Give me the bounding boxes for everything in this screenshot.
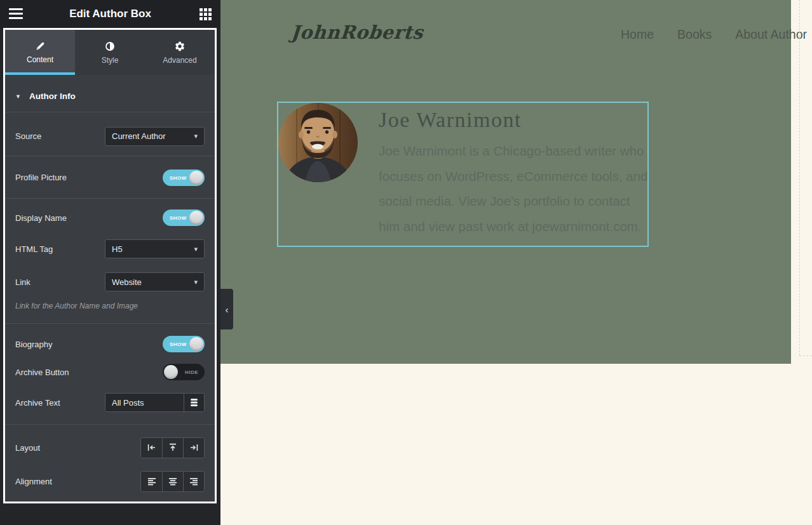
layout-button-group [140, 437, 205, 458]
layout-image-left-button[interactable] [141, 438, 162, 458]
alignment-label: Alignment [15, 477, 52, 486]
profile-picture-toggle[interactable]: SHOW [163, 169, 205, 186]
control-row-layout: Layout [5, 429, 215, 467]
content-boundary-dashed-corner [799, 356, 812, 356]
archive-text-label: Archive Text [15, 398, 60, 408]
link-label: Link [15, 277, 30, 287]
archive-text-input[interactable] [105, 394, 184, 411]
section-title: Author Info [29, 91, 76, 101]
html-tag-select-value: H5 [112, 244, 123, 254]
source-select[interactable]: Current Author ▾ [105, 127, 205, 146]
gear-icon [174, 41, 186, 52]
archive-text-input-group [105, 393, 205, 412]
toggle-knob [189, 337, 203, 351]
control-row-alignment: Alignment [5, 462, 215, 500]
source-select-value: Current Author [112, 131, 166, 141]
panel-body: ▼ Author Info Source Current Author ▾ Pr… [5, 75, 215, 502]
tab-content[interactable]: Content [5, 30, 75, 75]
biography-label: Biography [15, 340, 53, 349]
tab-advanced[interactable]: Advanced [145, 30, 215, 75]
image-right-icon [189, 442, 199, 453]
chevron-down-icon: ▾ [194, 132, 198, 140]
display-name-label: Display Name [15, 213, 67, 223]
pencil-icon [35, 41, 46, 51]
control-row-source: Source Current Author ▾ [5, 117, 215, 156]
image-left-icon [147, 442, 157, 453]
tab-style[interactable]: Style [75, 30, 145, 75]
tab-style-label: Style [102, 56, 119, 65]
author-box-widget[interactable]: Joe Warnimont Joe Warnimont is a Chicago… [277, 102, 649, 247]
database-icon [190, 398, 198, 407]
author-bio: Joe Warnimont is a Chicago-based writer … [379, 138, 651, 239]
author-bio-line: focuses on WordPress, eCommerce tools, a… [379, 164, 651, 189]
about-author-section: JohnRoberts Home Books About Author [220, 0, 791, 364]
toggle-state-label: SHOW [170, 342, 187, 347]
link-select[interactable]: Website ▾ [105, 272, 205, 291]
control-row-link: Link Website ▾ [5, 263, 215, 301]
control-row-archive-text: Archive Text [5, 383, 215, 422]
align-left-button[interactable] [141, 472, 162, 491]
profile-picture-label: Profile Picture [15, 173, 67, 182]
toggle-state-label: SHOW [170, 215, 187, 221]
control-row-html-tag: HTML Tag H5 ▾ [5, 230, 215, 268]
divider [5, 424, 215, 425]
toggle-state-label: SHOW [170, 175, 187, 180]
chevron-down-icon: ▾ [194, 245, 198, 253]
align-right-button[interactable] [183, 472, 204, 491]
content-boundary-dashed-line [799, 0, 800, 356]
author-bio-line: Joe Warnimont is a Chicago-based writer … [379, 138, 651, 164]
author-avatar-illustration [278, 103, 358, 182]
align-left-icon [147, 476, 157, 486]
align-right-icon [189, 476, 199, 486]
toggle-knob [189, 211, 203, 225]
nav-link-about-author[interactable]: About Author [735, 27, 807, 42]
archive-button-label: Archive Button [15, 368, 69, 377]
author-bio-line: social media. View Joe's portfolio to co… [379, 189, 651, 214]
image-top-icon [168, 442, 178, 453]
panel-tabs: Content Style Advanced [5, 30, 215, 75]
archive-button-toggle[interactable]: HIDE [163, 364, 205, 380]
layout-image-top-button[interactable] [162, 438, 183, 458]
toggle-state-label: HIDE [185, 369, 198, 375]
source-label: Source [15, 131, 41, 141]
author-name-heading: Joe Warnimont [379, 108, 522, 132]
section-collapse-icon: ▼ [15, 93, 21, 100]
link-description: Link for the Author Name and Image [15, 302, 138, 310]
menu-icon[interactable] [9, 8, 23, 20]
alignment-button-group [140, 471, 205, 492]
section-author-info[interactable]: ▼ Author Info [5, 81, 215, 112]
tab-content-label: Content [27, 55, 53, 64]
panel-collapse-handle[interactable]: ‹ [220, 289, 233, 329]
dynamic-tags-button[interactable] [184, 394, 204, 411]
align-center-icon [168, 476, 178, 486]
panel-header: Edit Author Box [0, 0, 220, 28]
toggle-knob [189, 171, 203, 185]
display-name-toggle[interactable]: SHOW [163, 209, 205, 226]
control-row-profile-picture: Profile Picture SHOW [5, 157, 215, 199]
biography-toggle[interactable]: SHOW [163, 336, 205, 352]
tab-advanced-label: Advanced [163, 56, 196, 65]
preview-canvas: JohnRoberts Home Books About Author [220, 0, 812, 525]
site-nav: Home Books About Author [621, 27, 807, 42]
html-tag-label: HTML Tag [15, 244, 53, 254]
contrast-icon [104, 41, 116, 52]
html-tag-select[interactable]: H5 ▾ [105, 239, 205, 258]
nav-link-books[interactable]: Books [677, 27, 712, 42]
layout-image-right-button[interactable] [183, 438, 204, 458]
link-select-value: Website [112, 277, 142, 287]
nav-link-home[interactable]: Home [621, 27, 654, 42]
toggle-knob [164, 365, 178, 379]
site-logo[interactable]: JohnRoberts [290, 22, 424, 43]
layout-label: Layout [15, 443, 40, 453]
author-bio-line: him and view past work at joewarnimont.c… [379, 214, 651, 239]
panel-title: Edit Author Box [0, 8, 220, 20]
control-row-link-description: Link for the Author Name and Image [5, 298, 215, 314]
elementor-panel: Edit Author Box Content Style Advanced [0, 0, 220, 525]
divider [5, 323, 215, 324]
align-center-button[interactable] [162, 472, 183, 491]
widgets-grid-icon[interactable] [200, 8, 212, 20]
author-avatar [278, 103, 358, 182]
chevron-down-icon: ▾ [194, 278, 198, 286]
